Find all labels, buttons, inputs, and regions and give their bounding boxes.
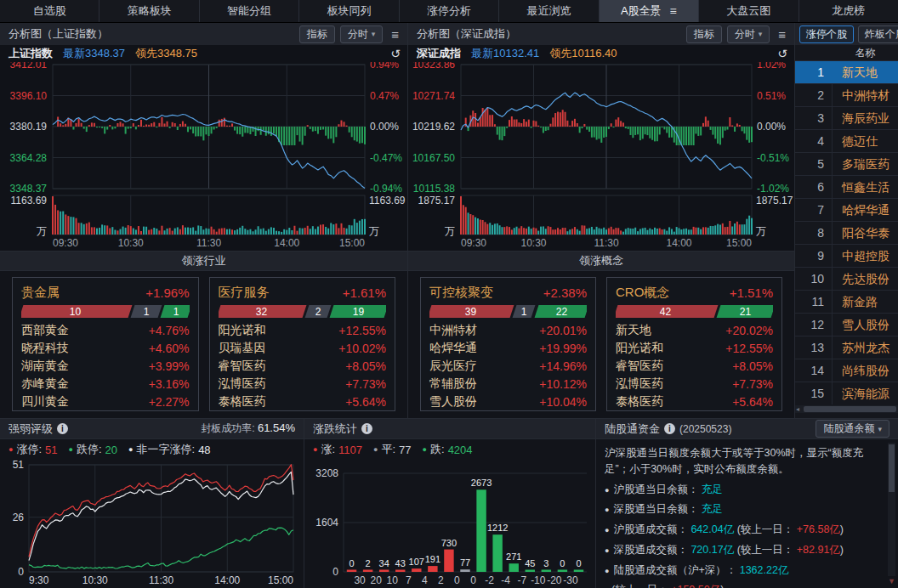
szse-latest-value: 最新10132.41 xyxy=(471,46,539,61)
sector-stock-row[interactable]: 西部黄金+4.76% xyxy=(21,321,190,339)
table-row[interactable]: 10先达股份 xyxy=(795,267,898,290)
sector-name: 医疗服务 xyxy=(219,285,270,301)
sector-card[interactable]: 医疗服务+1.61%32219阳光诺和+12.55%贝瑞基因+10.02%睿智医… xyxy=(209,277,396,411)
table-row[interactable]: 11新金路 xyxy=(795,290,898,313)
legend-label: 平: xyxy=(381,442,395,457)
segbar-count: 32 xyxy=(256,306,267,318)
sse-interval-dropdown[interactable]: 分时▾ xyxy=(340,25,384,43)
sse-menu-icon[interactable]: ≡ xyxy=(388,27,402,42)
table-row[interactable]: 5多瑞医药 xyxy=(795,152,898,175)
scrollbar-thumb[interactable] xyxy=(804,406,896,412)
vertical-scrollbar[interactable]: ▼ xyxy=(888,443,895,576)
sse-chart[interactable]: 3412.013396.103380.193364.283348.370.94%… xyxy=(0,62,407,251)
strength-title: 强弱评级 xyxy=(9,421,53,437)
horizontal-scrollbar[interactable]: ◂ xyxy=(795,405,898,413)
tab-menu-icon[interactable]: ≡ xyxy=(670,4,677,18)
szse-chart[interactable]: 10323.8610271.7410219.6210167.5010115.38… xyxy=(408,62,794,251)
sector-name: 贵金属 xyxy=(21,285,60,301)
sector-stock-row[interactable]: 贝瑞基因+10.02% xyxy=(219,339,387,357)
scrollbar-thumb[interactable] xyxy=(889,444,895,492)
table-row[interactable]: 15滨海能源 xyxy=(795,382,898,404)
table-row[interactable]: 8阳谷华泰 xyxy=(795,221,898,244)
nav-tab-1[interactable]: 自选股 xyxy=(0,0,99,22)
sector-stock-row[interactable]: 睿智医药+8.05% xyxy=(616,357,773,375)
nav-tab-6[interactable]: 最近浏览 xyxy=(499,0,599,22)
sector-stock-row[interactable]: 晓程科技+4.60% xyxy=(21,339,190,357)
nav-tab-4[interactable]: 板块同列 xyxy=(299,0,399,22)
stock-name: 泓博医药 xyxy=(616,376,663,392)
info-icon[interactable]: i xyxy=(664,423,675,434)
nav-tab-2[interactable]: 策略板块 xyxy=(99,0,199,22)
nav-tab-9[interactable]: 龙虎榜 xyxy=(799,0,898,22)
sector-stock-row[interactable]: 哈焊华通+19.99% xyxy=(429,339,587,357)
sse-indicator-button[interactable]: 指标 xyxy=(299,25,335,43)
sector-stock-row[interactable]: 四川黄金+2.27% xyxy=(21,393,190,410)
hsgt-balance-dropdown[interactable]: 陆股通余额▾ xyxy=(816,420,889,438)
szse-menu-icon[interactable]: ≡ xyxy=(775,27,789,42)
table-row[interactable]: 12雪人股份 xyxy=(795,313,898,336)
nav-tab-label: 涨停分析 xyxy=(427,3,471,19)
refresh-icon[interactable]: ↺ xyxy=(390,47,401,60)
sector-card[interactable]: CRO概念+1.51%4221新天地+20.02%阳光诺和+12.55%睿智医药… xyxy=(606,277,782,411)
segbar-down: 21 xyxy=(717,305,773,318)
sector-stock-row[interactable]: 湖南黄金+3.99% xyxy=(21,357,190,375)
svg-text:0.00%: 0.00% xyxy=(757,121,786,133)
svg-text:34: 34 xyxy=(379,558,389,568)
table-row[interactable]: 2中洲特材 xyxy=(795,83,898,106)
table-row[interactable]: 4德迈仕 xyxy=(795,129,898,152)
sector-stock-row[interactable]: 新天地+20.02% xyxy=(616,321,773,339)
charts-row: 分析图（上证指数） 指标 分时▾ ≡ 上证指数 最新3348.37 领先3348… xyxy=(0,23,795,251)
chevron-down-icon: ▾ xyxy=(878,425,882,433)
szse-interval-dropdown[interactable]: 分时▾ xyxy=(727,25,770,43)
sector-stock-row[interactable]: 常辅股份+10.12% xyxy=(429,375,587,393)
szse-indicator-button[interactable]: 指标 xyxy=(686,25,722,43)
svg-text:-7: -7 xyxy=(517,574,526,586)
svg-text:0.47%: 0.47% xyxy=(370,90,399,102)
table-row[interactable]: 13苏州龙杰 xyxy=(795,336,898,359)
nav-tab-7[interactable]: A股全景≡ xyxy=(600,0,699,22)
table-row[interactable]: 7哈焊华通 xyxy=(795,198,898,221)
sector-stock-row[interactable]: 泰格医药+5.64% xyxy=(219,393,387,410)
svg-text:1163.69: 1163.69 xyxy=(11,195,48,206)
updown-chart[interactable]: 0160432080234431071917307726731212271453… xyxy=(304,460,594,587)
sector-stock-row[interactable]: 辰光医疗+14.96% xyxy=(429,357,587,375)
nav-tab-3[interactable]: 智能分组 xyxy=(200,0,299,22)
scroll-down-icon[interactable]: ▼ xyxy=(888,577,895,585)
sector-stock-row[interactable]: 阳光诺和+12.55% xyxy=(219,321,387,339)
info-icon[interactable]: i xyxy=(361,423,372,434)
table-row[interactable]: 14尚纬股份 xyxy=(795,359,898,382)
segbar-up: 32 xyxy=(219,305,307,318)
sector-stock-row[interactable]: 雪人股份+10.04% xyxy=(429,393,587,410)
stock-name: 先达股份 xyxy=(833,268,898,290)
sector-stock-row[interactable]: 阳光诺和+12.55% xyxy=(616,339,773,357)
refresh-icon[interactable]: ↺ xyxy=(777,47,787,60)
legend-dot-icon: ● xyxy=(373,445,378,454)
row-rank: 12 xyxy=(795,314,833,336)
table-row[interactable]: 9中超控股 xyxy=(795,244,898,267)
hsgt-text-segment: 充足 xyxy=(702,503,723,515)
nav-tab-8[interactable]: 大盘云图 xyxy=(699,0,799,22)
limit-up-sidebar: 涨停个股炸板个股 名称 1新天地2中洲特材3海辰药业4德迈仕5多瑞医药6恒鑫生活… xyxy=(795,23,898,418)
sector-stock-row[interactable]: 赤峰黄金+3.16% xyxy=(21,375,190,393)
table-row[interactable]: 3海辰药业 xyxy=(795,106,898,129)
sector-card[interactable]: 贵金属+1.96%1011西部黄金+4.76%晓程科技+4.60%湖南黄金+3.… xyxy=(12,277,199,411)
info-icon[interactable]: i xyxy=(57,423,68,434)
table-row[interactable]: 6恒鑫生活 xyxy=(795,175,898,198)
sector-card-header: 医疗服务+1.61% xyxy=(219,281,387,303)
strength-chart[interactable]: 026519:3010:3011:3014:0015:00 xyxy=(0,460,302,587)
sector-stock-row[interactable]: 睿智医药+8.05% xyxy=(219,357,387,375)
sidebar-tab-limit-up[interactable]: 涨停个股 xyxy=(799,25,854,43)
sector-stock-row[interactable]: 泰格医药+5.64% xyxy=(616,393,773,410)
stock-change: +12.55% xyxy=(338,324,386,337)
content-area: 分析图（上证指数） 指标 分时▾ ≡ 上证指数 最新3348.37 领先3348… xyxy=(0,23,795,418)
nav-tab-5[interactable]: 涨停分析 xyxy=(400,0,499,22)
sector-stock-row[interactable]: 中洲特材+20.01% xyxy=(429,321,587,339)
scroll-left-icon[interactable]: ◂ xyxy=(796,405,799,413)
sector-stock-row[interactable]: 泓博医药+7.73% xyxy=(219,375,387,393)
sector-card[interactable]: 可控核聚变+2.38%39122中洲特材+20.01%哈焊华通+19.99%辰光… xyxy=(420,277,596,411)
sector-stock-row[interactable]: 泓博医药+7.73% xyxy=(616,375,773,393)
sidebar-tab-broken-board[interactable]: 炸板个股 xyxy=(858,25,898,43)
stock-name: 赤峰黄金 xyxy=(21,376,69,392)
table-row[interactable]: 1新天地 xyxy=(795,60,898,83)
segbar-count: 1 xyxy=(521,306,527,318)
